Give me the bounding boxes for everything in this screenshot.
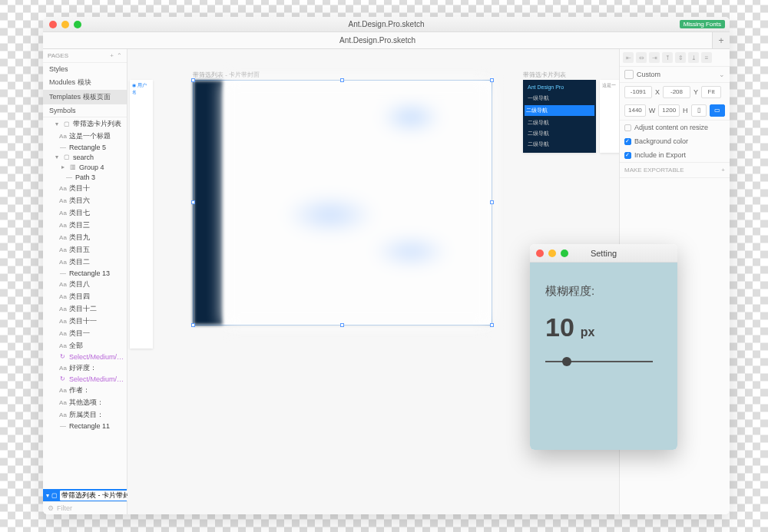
layer-label: 类目七 [69,208,90,218]
layer-label: 好评度： [69,363,97,373]
layer-row[interactable]: Aa其他选项： [43,396,127,408]
artboard-nav[interactable]: Ant Design Pro 一级导航 二级导航 二级导航 二级导航 二级导航 [523,80,596,153]
layer-row[interactable]: Aa好评度： [43,362,127,374]
export-label: Include in Export [634,151,686,159]
layer-row[interactable]: Aa这是一个标题 [43,130,127,142]
blur-slider[interactable] [545,361,653,362]
align-center-h-icon[interactable]: ⇔ [636,52,647,63]
layer-row[interactable]: ▸▥Group 4 [43,162,127,172]
page-item[interactable]: Symbols [43,104,127,117]
layer-label: Path 3 [75,173,95,181]
layer-label: 这是一个标题 [69,131,111,141]
layer-label: Rectangle 11 [69,422,110,430]
layers-panel[interactable]: ▾▢带筛选卡片列表Aa这是一个标题—Rectangle 5▾▢search▸▥G… [43,117,127,489]
page-item[interactable]: Templates 模板页面 [43,90,127,104]
nav-item: 二级导航 [528,117,591,128]
missing-fonts-badge[interactable]: Missing Fonts [680,20,725,28]
layer-label: 类目三 [69,220,90,230]
chevron-down-icon[interactable]: ⌄ [719,71,725,78]
align-middle-icon[interactable]: ⇕ [675,52,686,63]
fit-button[interactable]: Fit [701,86,721,98]
nav-header: Ant Design Pro [528,84,591,90]
artboard-label-right: 带筛选卡片列表 [523,71,566,79]
tab-document[interactable]: Ant.Design.Pro.sketch [43,32,713,48]
layer-row[interactable]: Aa类目九 [43,231,127,243]
layer-row[interactable]: Aa类目八 [43,278,127,290]
export-checkbox[interactable] [624,152,631,159]
layer-label: 作者： [69,385,90,395]
align-left-icon[interactable]: ⇤ [623,52,634,63]
align-right-icon[interactable]: ⇥ [649,52,660,63]
layer-label: Rectangle 13 [69,269,110,277]
preset-icon [624,70,634,79]
layer-row[interactable]: Aa类目四 [43,290,127,302]
layer-row[interactable]: —Rectangle 11 [43,421,127,431]
filter-bar[interactable]: ⚙ Filter [43,501,127,514]
add-page-icon[interactable]: + [110,52,114,59]
artboard-main[interactable] [193,80,492,325]
layer-row[interactable]: Aa类目十二 [43,302,127,315]
layer-row[interactable]: Aa所属类目： [43,408,127,421]
layer-row[interactable]: —Rectangle 5 [43,142,127,152]
layer-row[interactable]: ↻Select/Medium/… [43,374,127,384]
bg-checkbox[interactable] [624,138,631,145]
align-bottom-icon[interactable]: ⤓ [688,52,699,63]
layer-label: 全部 [69,341,83,351]
selected-artboard-label: 带筛选列表 - 卡片带封面 [60,491,138,501]
nav-item: 二级导航 [528,139,591,150]
layer-row[interactable]: Aa类目三 [43,219,127,231]
layer-row[interactable]: Aa类目七 [43,207,127,219]
layer-row[interactable]: ▾▢search [43,152,127,162]
nav-item: 一级导航 [528,93,591,104]
setting-title: Setting [530,249,677,258]
layer-label: 类目十 [69,183,90,193]
page-item[interactable]: Modules 模块 [43,75,127,90]
layer-label: 类目二 [69,257,90,267]
layer-label: 类目十二 [69,304,97,314]
layer-row[interactable]: Aa全部 [43,339,127,352]
layer-row[interactable]: ↻Select/Medium/… [43,352,127,362]
blur-label: 模糊程度: [545,284,662,299]
y-input[interactable]: -208 [663,86,690,98]
collapse-pages-icon[interactable]: ⌃ [117,52,122,59]
side-text: 这是一 [602,83,616,88]
adjust-label: Adjust content on resize [634,124,708,131]
add-export-icon[interactable]: + [721,167,725,173]
layer-row[interactable]: Aa类目十 [43,182,127,194]
slider-thumb[interactable] [562,357,571,366]
distribute-icon[interactable]: ≡ [701,52,712,63]
window-title: Ant.Design.Pro.sketch [43,20,730,28]
selected-artboard-row[interactable]: ▾▢ 带筛选列表 - 卡片带封面 [43,489,127,501]
w-input[interactable]: 1440 [624,104,646,117]
layer-row[interactable]: Aa类目六 [43,194,127,207]
artboard-small-left[interactable]: ◉ 用户名 [130,80,153,349]
adjust-checkbox[interactable] [624,124,631,131]
layer-row[interactable]: —Rectangle 13 [43,268,127,278]
portrait-button[interactable]: ▯ [691,104,707,117]
page-item[interactable]: Styles [43,63,127,75]
pages-header: PAGES +⌃ [43,49,127,63]
layer-label: Group 4 [79,164,104,171]
landscape-button[interactable]: ▭ [710,104,725,117]
h-input[interactable]: 1200 [658,104,680,117]
layer-label: 类目六 [69,196,90,206]
layer-row[interactable]: —Path 3 [43,172,127,182]
layer-row[interactable]: Aa类目二 [43,256,127,268]
align-top-icon[interactable]: ⤒ [662,52,673,63]
layer-label: Select/Medium/… [69,375,124,383]
layer-row[interactable]: Aa类目十一 [43,315,127,327]
layer-row[interactable]: Aa类目五 [43,243,127,256]
add-tab-button[interactable]: + [713,32,730,48]
layer-label: 类目九 [69,233,90,243]
filter-icon: ⚙ [48,504,54,512]
layer-row[interactable]: ▾▢带筛选卡片列表 [43,117,127,130]
layer-row[interactable]: Aa作者： [43,384,127,396]
nav-item: 二级导航 [525,105,594,116]
left-sidebar: PAGES +⌃ StylesModules 模块Templates 模板页面S… [43,49,127,514]
artboard-side-text[interactable]: 这是一 [600,80,619,153]
layer-label: Select/Medium/… [69,353,124,361]
size-preset[interactable]: Custom [637,71,716,78]
layer-row[interactable]: Aa类目一 [43,327,127,339]
layer-label: 带筛选卡片列表 [73,119,121,129]
x-input[interactable]: -1091 [624,86,652,98]
